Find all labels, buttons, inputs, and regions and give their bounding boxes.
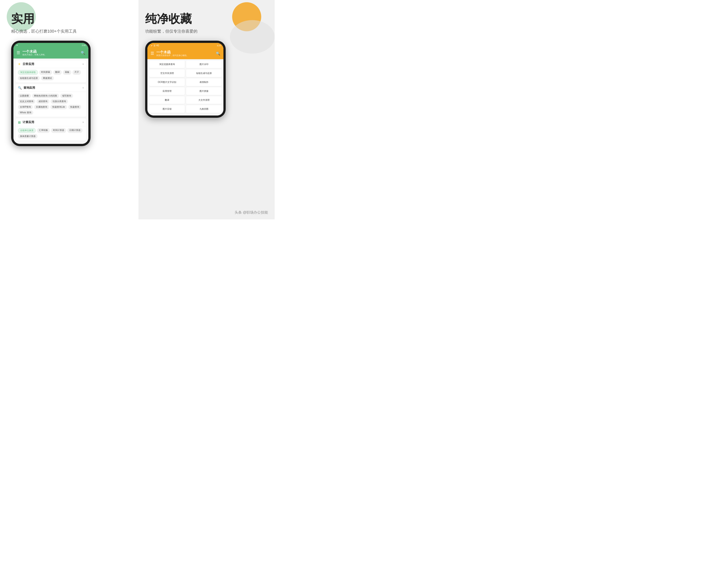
tool-taobao[interactable]: 淘宝优惠券查询 [149,60,185,68]
tag-express-lite[interactable]: 快递查询Lite [50,105,67,109]
category-daily: ☀ 日常应用 ∨ 淘宝优惠券获取 时间屏幕 翻译 画板 尺子 短链接生成与还原 … [16,60,86,82]
category-search-header[interactable]: 🔍 查询应用 ∨ [16,84,86,92]
right-search-icon[interactable]: 🔍 [216,51,220,56]
search-title: 查询应用 [24,86,80,90]
tag-exchange[interactable]: 汇率转换 [37,128,50,133]
tools-row-1: 空文件夹清理 短链生成与还原 [149,70,222,77]
left-panel: 实用 精心挑选，匠心打磨100+个实用工具 ✈ 2:05 ☰ 一个木函 春风不相… [0,0,138,219]
tag-ip[interactable]: 全球IP查询 [18,105,33,109]
tool-compress[interactable]: 图片压缩 [149,105,185,113]
calc-tags: 全能单位换算 汇率转换 时间计算器 日期计算器 身体质量计算器 [16,126,86,140]
left-title: 实用 [11,11,34,27]
tool-ocr[interactable]: OCR图片文字识别 [149,78,185,86]
tool-translate2[interactable]: 翻译 [149,96,185,104]
right-subtitle: 功能纷繁，但仅专注你喜爱的 [145,29,198,34]
tag-ruler[interactable]: 尺子 [73,70,81,75]
tools-row-3: 应用管理 图片拼接 [149,87,222,95]
right-app-title: 一个木函 [156,50,214,54]
search-cat-icon: 🔍 [18,86,22,90]
category-calc: ▦ 计算应用 ∨ 全能单位换算 汇率转换 时间计算器 日期计算器 身体质量计算器 [16,118,86,140]
left-content-area: ☀ 日常应用 ∨ 淘宝优惠券获取 时间屏幕 翻译 画板 尺子 短链接生成与还原 … [14,58,88,144]
tag-express[interactable]: 快递查询 [68,105,81,109]
tag-date-calc[interactable]: 日期计算器 [67,128,82,133]
search-arrow: ∨ [82,86,84,89]
tool-shortlink2[interactable]: 短链生成与还原 [186,70,222,77]
right-title-area: 一个木函 闲里日淡若佳序，友约交谈心愉悦。 [156,50,214,57]
category-daily-header[interactable]: ☀ 日常应用 ∨ [16,60,86,68]
tag-bmi[interactable]: 身体质量计算器 [18,134,37,139]
left-status-icon: ✈ [16,44,18,47]
daily-icon: ☀ [18,62,21,66]
search-tags: 以图搜番 网络热词查询-小鸡词典 缩写查询 近反义词查询 成语查询 垃圾分类查询… [16,92,86,117]
tool-app-mgr[interactable]: 应用管理 [149,87,185,95]
tag-location[interactable]: 归属地查询 [34,105,49,109]
tool-nine-grid[interactable]: 九格切图 [186,105,222,113]
right-bg-ellipse [230,20,275,54]
right-menu-icon[interactable]: ☰ [151,51,154,56]
tool-large-file[interactable]: 大文件清理 [186,96,222,104]
right-panel: 纯净收藏 功能纷繁，但仅专注你喜爱的 📶 운 4G 3:24 ☰ 一个木函 闲里… [138,0,275,219]
left-app-slogan: 春风不相识，何事入罗帏。 [22,54,78,56]
tools-row-0: 淘宝优惠券查询 图片水印 [149,60,222,68]
right-tools-list: 淘宝优惠券查询 图片水印 空文件夹清理 短链生成与还原 OCR图片文字识别 表情… [147,59,224,115]
category-search: 🔍 查询应用 ∨ 以图搜番 网络热词查询-小鸡词典 缩写查询 近反义词查询 成语… [16,84,86,117]
right-status-signal: 📶 운 4G [150,44,159,47]
tool-watermark[interactable]: 图片水印 [186,60,222,68]
tag-translate[interactable]: 翻译 [53,70,62,75]
tag-time-screen[interactable]: 时间屏幕 [39,70,52,75]
left-app-header: ☰ 一个木函 春风不相识，何事入罗帏。 🔍 [14,48,88,58]
tag-garbage[interactable]: 垃圾分类查询 [51,99,68,104]
left-menu-icon[interactable]: ☰ [17,50,20,55]
tag-taobao[interactable]: 淘宝优惠券获取 [18,70,38,75]
page-container: 实用 精心挑选，匠心打磨100+个实用工具 ✈ 2:05 ☰ 一个木函 春风不相… [0,0,275,219]
right-phone-inner: 📶 운 4G 3:24 ☰ 一个木函 闲里日淡若佳序，友约交谈心愉悦。 🔍 淘宝… [147,43,224,115]
tool-emoji[interactable]: 表情制作 [186,78,222,86]
tag-abbrev[interactable]: 缩写查询 [60,93,73,98]
daily-arrow: ∨ [82,63,84,65]
left-phone-frame: ✈ 2:05 ☰ 一个木函 春风不相识，何事入罗帏。 🔍 [11,41,90,146]
left-app-title: 一个木函 [22,49,78,54]
calc-arrow: ∨ [82,121,84,123]
tag-synonym[interactable]: 近反义词查询 [18,99,35,104]
tool-folder-clean[interactable]: 空文件夹清理 [149,70,185,77]
tool-photo-merge[interactable]: 图片拼接 [186,87,222,95]
tag-netspeed[interactable]: 网速测试 [41,76,54,80]
right-status-time: 3:24 [217,45,221,47]
right-app-slogan: 闲里日淡若佳序，友约交谈心愉悦。 [156,54,214,57]
tag-whois[interactable]: Whois 查询 [18,110,33,115]
watermark: 头条 @职场办公技能 [235,210,268,215]
left-title-area: 一个木函 春风不相识，何事入罗帏。 [22,49,78,56]
left-status-time: 2:05 [82,44,86,47]
tag-unit[interactable]: 全能单位换算 [18,128,36,133]
tag-hot-word[interactable]: 网络热词查询-小鸡词典 [32,93,59,98]
tag-canvas[interactable]: 画板 [63,70,71,75]
tag-img-search[interactable]: 以图搜番 [18,93,31,98]
right-title: 纯净收藏 [145,11,192,27]
right-app-header: ☰ 一个木函 闲里日淡若佳序，友约交谈心愉悦。 🔍 [147,48,224,59]
left-subtitle: 精心挑选，匠心打磨100+个实用工具 [11,29,77,34]
tag-idiom[interactable]: 成语查询 [36,99,49,104]
left-status-bar: ✈ 2:05 [14,43,88,48]
tools-row-2: OCR图片文字识别 表情制作 [149,78,222,86]
left-phone-inner: ✈ 2:05 ☰ 一个木函 春风不相识，何事入罗帏。 🔍 [14,43,88,144]
tools-row-5: 图片压缩 九格切图 [149,105,222,113]
right-phone-frame: 📶 운 4G 3:24 ☰ 一个木函 闲里日淡若佳序，友约交谈心愉悦。 🔍 淘宝… [145,41,226,118]
tools-row-4: 翻译 大文件清理 [149,96,222,104]
right-status-bar: 📶 운 4G 3:24 [147,43,224,48]
calc-icon: ▦ [18,120,21,124]
daily-tags: 淘宝优惠券获取 时间屏幕 翻译 画板 尺子 短链接生成与还原 网速测试 [16,68,86,82]
left-search-icon[interactable]: 🔍 [81,51,85,55]
calc-title: 计算应用 [23,120,80,124]
daily-title: 日常应用 [23,62,80,66]
tag-time-calc[interactable]: 时间计算器 [51,128,66,133]
category-calc-header[interactable]: ▦ 计算应用 ∨ [16,118,86,126]
tag-shortlink[interactable]: 短链接生成与还原 [18,76,40,80]
